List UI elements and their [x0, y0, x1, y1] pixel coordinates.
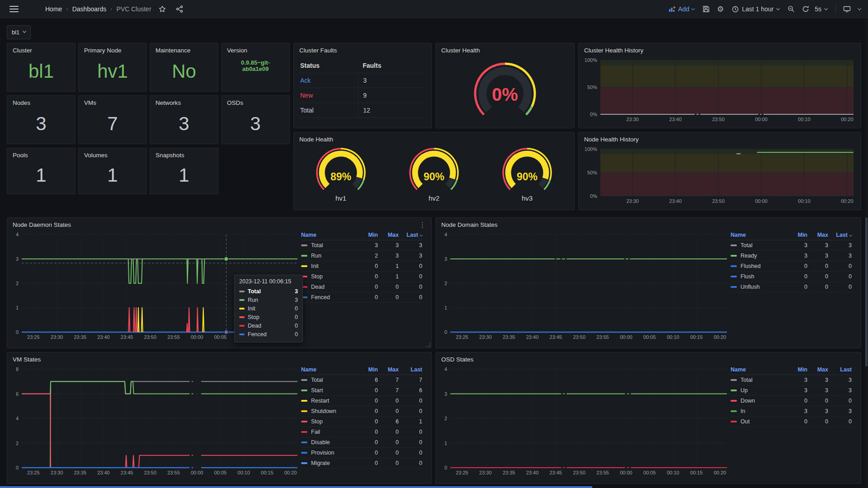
share-icon[interactable] — [173, 4, 186, 14]
legend-min-value: 3 — [787, 253, 807, 259]
legend-header-min[interactable]: Min — [787, 232, 807, 238]
legend-header-name[interactable]: Name — [301, 232, 357, 238]
refresh-interval-dropdown[interactable]: 5s — [814, 4, 831, 14]
legend-row-run[interactable]: Run233 — [301, 251, 422, 261]
legend-row-fenced[interactable]: Fenced000 — [301, 292, 422, 303]
legend-header-last[interactable]: Last — [399, 232, 422, 238]
legend-header-max[interactable]: Max — [378, 366, 399, 373]
favorite-star-icon[interactable] — [156, 4, 169, 14]
breadcrumb-home[interactable]: Home — [45, 5, 62, 13]
legend-row-ready[interactable]: Ready333 — [731, 251, 852, 261]
x-axis-tick: 00:15 — [690, 334, 703, 340]
legend-row-flush[interactable]: Flush000 — [731, 272, 852, 282]
legend-row-out[interactable]: Out000 — [731, 417, 852, 427]
legend-row-stop[interactable]: Stop061 — [301, 417, 422, 427]
series-stop — [197, 308, 198, 332]
legend-row-total[interactable]: Total333 — [731, 375, 852, 385]
node-health-history-chart[interactable]: 0%50%100%23:3023:4023:5000:0000:1000:20 — [580, 145, 857, 206]
legend-row-fail[interactable]: Fail000 — [301, 427, 422, 437]
y-axis-tick: 2 — [444, 281, 447, 286]
legend-row-down[interactable]: Down000 — [731, 396, 852, 406]
legend-row-shutdown[interactable]: Shutdown000 — [301, 406, 422, 417]
legend-header-min[interactable]: Min — [357, 232, 378, 238]
vertical-scrollbar-thumb[interactable] — [865, 217, 868, 366]
legend-row-disable[interactable]: Disable000 — [301, 437, 422, 448]
legend-row-dead[interactable]: Dead000 — [301, 282, 422, 292]
legend-row-restart[interactable]: Restart000 — [301, 396, 422, 406]
x-axis-tick: 23:35 — [503, 334, 515, 340]
stat-panel-maintenance: MaintenanceNo — [150, 43, 218, 92]
legend-header-last[interactable]: Last — [828, 366, 852, 373]
legend-swatch — [731, 265, 737, 267]
save-dashboard-icon[interactable] — [700, 4, 712, 14]
x-axis-tick: 00:15 — [690, 470, 703, 475]
legend-row-total[interactable]: Total333 — [731, 240, 852, 251]
gauge-value: 0% — [492, 84, 518, 104]
zoom-out-time-icon[interactable] — [785, 4, 797, 14]
legend-row-total[interactable]: Total677 — [301, 375, 422, 385]
panel-menu-kebab-icon[interactable]: ⋮ — [417, 221, 428, 229]
breadcrumb-dashboards[interactable]: Dashboards — [72, 5, 107, 13]
y-axis-tick: 4 — [16, 232, 19, 237]
legend-max-value: 0 — [807, 273, 828, 280]
legend-last-value: 3 — [828, 408, 852, 414]
x-axis-tick: 00:00 — [620, 334, 632, 340]
legend-row-in[interactable]: In333 — [731, 406, 852, 417]
panel-resize-handle[interactable] — [426, 343, 430, 347]
legend-row-migrate[interactable]: Migrate000 — [301, 458, 422, 469]
legend-header-name[interactable]: Name — [731, 232, 787, 238]
x-axis-tick: 23:50 — [712, 198, 725, 204]
y-axis-tick: 50% — [587, 170, 597, 175]
legend-header-min[interactable]: Min — [787, 366, 807, 373]
nav-more-chevron-icon[interactable] — [855, 6, 863, 12]
vertical-scrollbar-track[interactable] — [865, 19, 868, 488]
osd-states-chart[interactable]: 0123423:2523:3023:3523:4023:4523:5023:55… — [439, 365, 731, 478]
legend-row-stop[interactable]: Stop010 — [301, 272, 422, 282]
legend-min-value: 3 — [787, 242, 807, 249]
time-range-picker[interactable]: Last 1 hour — [728, 4, 783, 14]
legend-row-provision[interactable]: Provision000 — [301, 448, 422, 458]
legend-header-max[interactable]: Max — [807, 232, 828, 238]
legend-row-unflush[interactable]: Unflush000 — [731, 282, 852, 292]
legend-header-max[interactable]: Max — [378, 232, 399, 238]
legend-header-name[interactable]: Name — [301, 366, 357, 373]
tv-mode-icon[interactable] — [840, 4, 854, 14]
legend-header-last[interactable]: Last — [399, 366, 422, 373]
stat-title: Volumes — [79, 148, 146, 160]
gauge-hv3: 90% — [482, 145, 572, 195]
legend-row-up[interactable]: Up333 — [731, 385, 852, 396]
node-domain-states-chart[interactable]: 0123423:2523:3023:3523:4023:4523:5023:55… — [439, 230, 731, 342]
legend-header-name[interactable]: Name — [731, 366, 787, 373]
legend-row-start[interactable]: Start076 — [301, 385, 422, 396]
legend-header-min[interactable]: Min — [357, 366, 378, 373]
legend-series-name: Out — [741, 418, 750, 425]
y-axis-tick: 3 — [444, 256, 447, 262]
tooltip-swatch — [239, 333, 245, 335]
legend-row-init[interactable]: Init010 — [301, 261, 422, 272]
x-axis-tick: 23:45 — [550, 334, 562, 340]
panel-vm-states: VM States 0246823:2523:3023:3523:4023:45… — [7, 352, 432, 484]
dashboard-settings-gear-icon[interactable]: ⚙ — [714, 3, 726, 16]
y-axis-tick: 100% — [585, 146, 597, 152]
x-axis-tick: 23:35 — [74, 334, 86, 340]
cluster-health-history-chart[interactable]: 0%50%100%23:3023:4023:5000:0000:1000:20 — [580, 56, 857, 124]
legend-header-last[interactable]: Last — [828, 232, 852, 238]
x-axis-tick: 23:35 — [503, 470, 515, 475]
faults-status-cell: New — [299, 88, 358, 103]
add-panel-button[interactable]: Add — [665, 4, 698, 14]
legend-swatch — [301, 379, 307, 381]
variable-selector-bl1[interactable]: bl1 — [7, 25, 31, 39]
legend-row-total[interactable]: Total333 — [301, 240, 422, 251]
y-axis-tick: 8 — [16, 366, 19, 372]
horizontal-scrollbar-thumb[interactable] — [0, 486, 592, 488]
panel-node-health: Node Health 89%hv190%hv290%hv3 — [293, 132, 575, 210]
legend-header-max[interactable]: Max — [807, 366, 828, 373]
refresh-icon[interactable] — [799, 4, 812, 14]
legend-row-flushed[interactable]: Flushed000 — [731, 261, 852, 272]
series-stop — [133, 308, 135, 332]
vm-states-chart[interactable]: 0246823:2523:3023:3523:4023:4523:5023:55… — [10, 365, 301, 478]
x-axis-tick: 23:30 — [626, 117, 639, 122]
menu-icon[interactable] — [6, 3, 22, 15]
stat-panel-nodes: Nodes3 — [7, 95, 75, 144]
legend-min-value: 0 — [357, 439, 378, 446]
